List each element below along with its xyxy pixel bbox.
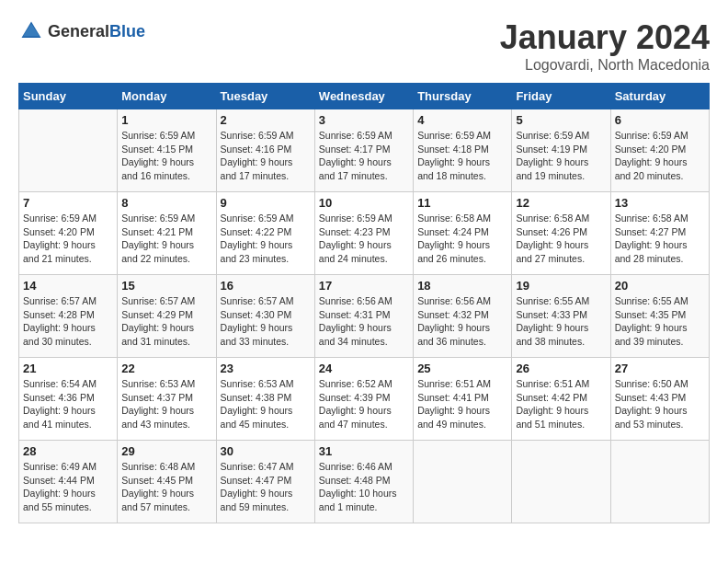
calendar-cell: 11Sunrise: 6:58 AMSunset: 4:24 PMDayligh… <box>414 192 512 275</box>
day-number: 20 <box>615 279 705 293</box>
calendar-cell: 3Sunrise: 6:59 AMSunset: 4:17 PMDaylight… <box>314 109 413 192</box>
day-number: 19 <box>516 279 606 293</box>
calendar-table: SundayMondayTuesdayWednesdayThursdayFrid… <box>18 83 710 523</box>
calendar-cell: 20Sunrise: 6:55 AMSunset: 4:35 PMDayligh… <box>610 275 709 358</box>
day-info: Sunrise: 6:59 AMSunset: 4:21 PMDaylight:… <box>121 212 211 266</box>
day-number: 26 <box>516 362 606 375</box>
day-info: Sunrise: 6:53 AMSunset: 4:37 PMDaylight:… <box>121 377 211 431</box>
calendar-title: January 2024 <box>500 18 710 57</box>
logo: GeneralBlue <box>18 18 145 44</box>
calendar-cell <box>610 441 709 523</box>
day-info: Sunrise: 6:52 AMSunset: 4:39 PMDaylight:… <box>319 377 409 431</box>
day-number: 3 <box>319 113 409 127</box>
calendar-cell: 5Sunrise: 6:59 AMSunset: 4:19 PMDaylight… <box>512 109 610 192</box>
day-info: Sunrise: 6:59 AMSunset: 4:19 PMDaylight:… <box>516 129 606 183</box>
day-info: Sunrise: 6:50 AMSunset: 4:43 PMDaylight:… <box>615 377 705 431</box>
calendar-cell <box>414 441 512 523</box>
day-number: 25 <box>417 362 507 375</box>
day-info: Sunrise: 6:59 AMSunset: 4:20 PMDaylight:… <box>23 212 113 266</box>
calendar-cell: 22Sunrise: 6:53 AMSunset: 4:37 PMDayligh… <box>118 358 216 441</box>
calendar-cell: 13Sunrise: 6:58 AMSunset: 4:27 PMDayligh… <box>610 192 709 275</box>
column-header-friday: Friday <box>512 84 610 109</box>
day-info: Sunrise: 6:57 AMSunset: 4:30 PMDaylight:… <box>221 294 311 349</box>
calendar-cell: 15Sunrise: 6:57 AMSunset: 4:29 PMDayligh… <box>118 275 216 358</box>
day-number: 6 <box>615 113 705 127</box>
day-number: 30 <box>221 444 311 458</box>
column-header-tuesday: Tuesday <box>216 84 314 109</box>
calendar-cell: 23Sunrise: 6:53 AMSunset: 4:38 PMDayligh… <box>216 358 314 441</box>
day-info: Sunrise: 6:59 AMSunset: 4:17 PMDaylight:… <box>319 129 409 183</box>
logo-text: GeneralBlue <box>48 22 145 41</box>
calendar-cell: 6Sunrise: 6:59 AMSunset: 4:20 PMDaylight… <box>610 109 709 192</box>
calendar-cell: 10Sunrise: 6:59 AMSunset: 4:23 PMDayligh… <box>314 192 413 275</box>
day-number: 27 <box>615 362 705 375</box>
day-info: Sunrise: 6:47 AMSunset: 4:47 PMDaylight:… <box>221 460 311 514</box>
calendar-cell: 27Sunrise: 6:50 AMSunset: 4:43 PMDayligh… <box>610 358 709 441</box>
day-info: Sunrise: 6:51 AMSunset: 4:42 PMDaylight:… <box>516 377 606 431</box>
day-number: 12 <box>516 196 606 210</box>
day-number: 29 <box>121 444 211 458</box>
day-info: Sunrise: 6:59 AMSunset: 4:15 PMDaylight:… <box>121 129 211 183</box>
column-header-wednesday: Wednesday <box>314 84 413 109</box>
calendar-cell: 30Sunrise: 6:47 AMSunset: 4:47 PMDayligh… <box>216 441 314 523</box>
day-info: Sunrise: 6:57 AMSunset: 4:28 PMDaylight:… <box>23 294 113 349</box>
day-number: 9 <box>221 196 311 210</box>
day-info: Sunrise: 6:59 AMSunset: 4:20 PMDaylight:… <box>615 129 705 183</box>
day-info: Sunrise: 6:54 AMSunset: 4:36 PMDaylight:… <box>23 377 113 431</box>
page-header: GeneralBlue January 2024 Logovardi, Nort… <box>18 18 710 74</box>
day-number: 15 <box>121 279 211 293</box>
day-number: 11 <box>417 196 507 210</box>
calendar-cell: 29Sunrise: 6:48 AMSunset: 4:45 PMDayligh… <box>118 441 216 523</box>
calendar-cell: 2Sunrise: 6:59 AMSunset: 4:16 PMDaylight… <box>216 109 314 192</box>
calendar-cell <box>19 109 118 192</box>
day-number: 10 <box>319 196 409 210</box>
calendar-cell: 21Sunrise: 6:54 AMSunset: 4:36 PMDayligh… <box>19 358 118 441</box>
day-info: Sunrise: 6:59 AMSunset: 4:18 PMDaylight:… <box>417 129 507 183</box>
day-number: 4 <box>417 113 507 127</box>
day-info: Sunrise: 6:55 AMSunset: 4:33 PMDaylight:… <box>516 294 606 349</box>
calendar-cell: 26Sunrise: 6:51 AMSunset: 4:42 PMDayligh… <box>512 358 610 441</box>
calendar-week-row: 7Sunrise: 6:59 AMSunset: 4:20 PMDaylight… <box>19 192 710 275</box>
calendar-cell: 28Sunrise: 6:49 AMSunset: 4:44 PMDayligh… <box>19 441 118 523</box>
calendar-cell: 25Sunrise: 6:51 AMSunset: 4:41 PMDayligh… <box>414 358 512 441</box>
day-number: 22 <box>121 362 211 375</box>
day-info: Sunrise: 6:55 AMSunset: 4:35 PMDaylight:… <box>615 294 705 349</box>
column-header-saturday: Saturday <box>610 84 709 109</box>
calendar-cell: 9Sunrise: 6:59 AMSunset: 4:22 PMDaylight… <box>216 192 314 275</box>
day-info: Sunrise: 6:58 AMSunset: 4:24 PMDaylight:… <box>417 212 507 266</box>
calendar-week-row: 28Sunrise: 6:49 AMSunset: 4:44 PMDayligh… <box>19 441 710 523</box>
day-info: Sunrise: 6:59 AMSunset: 4:16 PMDaylight:… <box>221 129 311 183</box>
day-number: 31 <box>319 444 409 458</box>
calendar-subtitle: Logovardi, North Macedonia <box>500 57 710 74</box>
calendar-week-row: 21Sunrise: 6:54 AMSunset: 4:36 PMDayligh… <box>19 358 710 441</box>
calendar-cell: 4Sunrise: 6:59 AMSunset: 4:18 PMDaylight… <box>414 109 512 192</box>
calendar-cell: 19Sunrise: 6:55 AMSunset: 4:33 PMDayligh… <box>512 275 610 358</box>
day-info: Sunrise: 6:58 AMSunset: 4:26 PMDaylight:… <box>516 212 606 266</box>
title-block: January 2024 Logovardi, North Macedonia <box>500 18 710 74</box>
calendar-cell: 24Sunrise: 6:52 AMSunset: 4:39 PMDayligh… <box>314 358 413 441</box>
day-number: 13 <box>615 196 705 210</box>
column-header-monday: Monday <box>118 84 216 109</box>
day-number: 2 <box>221 113 311 127</box>
day-info: Sunrise: 6:49 AMSunset: 4:44 PMDaylight:… <box>23 460 113 514</box>
day-info: Sunrise: 6:46 AMSunset: 4:48 PMDaylight:… <box>319 460 409 514</box>
day-info: Sunrise: 6:56 AMSunset: 4:31 PMDaylight:… <box>319 294 409 349</box>
calendar-week-row: 1Sunrise: 6:59 AMSunset: 4:15 PMDaylight… <box>19 109 710 192</box>
logo-icon <box>18 18 44 44</box>
calendar-header-row: SundayMondayTuesdayWednesdayThursdayFrid… <box>19 84 710 109</box>
day-info: Sunrise: 6:53 AMSunset: 4:38 PMDaylight:… <box>221 377 311 431</box>
day-number: 14 <box>23 279 113 293</box>
day-number: 23 <box>221 362 311 375</box>
day-number: 7 <box>23 196 113 210</box>
day-info: Sunrise: 6:56 AMSunset: 4:32 PMDaylight:… <box>417 294 507 349</box>
calendar-cell: 12Sunrise: 6:58 AMSunset: 4:26 PMDayligh… <box>512 192 610 275</box>
day-info: Sunrise: 6:58 AMSunset: 4:27 PMDaylight:… <box>615 212 705 266</box>
column-header-sunday: Sunday <box>19 84 118 109</box>
day-info: Sunrise: 6:59 AMSunset: 4:23 PMDaylight:… <box>319 212 409 266</box>
day-number: 28 <box>23 444 113 458</box>
day-info: Sunrise: 6:48 AMSunset: 4:45 PMDaylight:… <box>121 460 211 514</box>
day-number: 18 <box>417 279 507 293</box>
calendar-cell: 14Sunrise: 6:57 AMSunset: 4:28 PMDayligh… <box>19 275 118 358</box>
calendar-cell: 17Sunrise: 6:56 AMSunset: 4:31 PMDayligh… <box>314 275 413 358</box>
day-number: 16 <box>221 279 311 293</box>
